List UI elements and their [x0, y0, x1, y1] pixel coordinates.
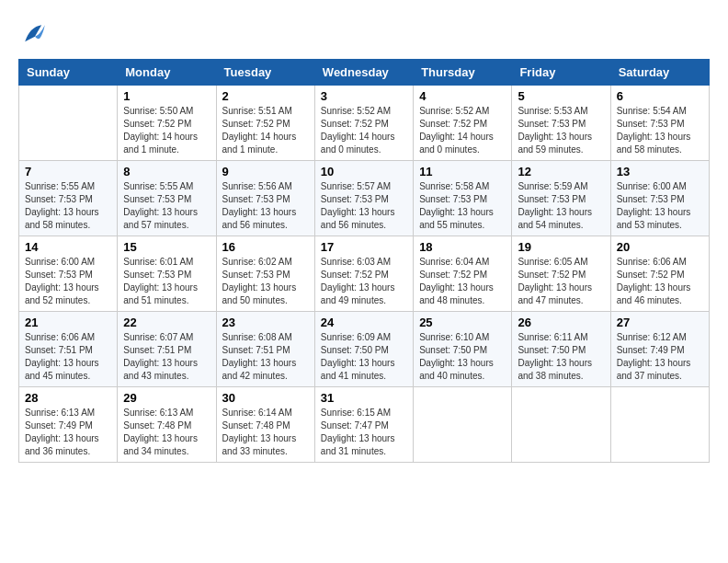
- day-number: 27: [617, 316, 703, 329]
- logo: [18, 18, 55, 52]
- column-header-tuesday: Tuesday: [216, 60, 314, 86]
- calendar-cell: 22Sunrise: 6:07 AM Sunset: 7:51 PM Dayli…: [118, 312, 216, 387]
- day-info: Sunrise: 5:59 AM Sunset: 7:53 PM Dayligh…: [518, 180, 604, 232]
- day-number: 22: [123, 316, 210, 329]
- day-number: 14: [25, 240, 111, 254]
- day-number: 31: [321, 391, 407, 405]
- day-info: Sunrise: 5:52 AM Sunset: 7:52 PM Dayligh…: [419, 105, 506, 156]
- calendar-cell: 30Sunrise: 6:14 AM Sunset: 7:48 PM Dayli…: [216, 387, 314, 463]
- day-info: Sunrise: 5:50 AM Sunset: 7:52 PM Dayligh…: [123, 105, 210, 156]
- calendar-cell: 10Sunrise: 5:57 AM Sunset: 7:53 PM Dayli…: [314, 161, 413, 236]
- calendar-cell: [512, 387, 610, 463]
- day-number: 18: [419, 240, 506, 254]
- day-info: Sunrise: 5:53 AM Sunset: 7:53 PM Dayligh…: [518, 105, 604, 156]
- calendar-cell: 5Sunrise: 5:53 AM Sunset: 7:53 PM Daylig…: [512, 86, 610, 161]
- day-info: Sunrise: 5:55 AM Sunset: 7:53 PM Dayligh…: [25, 180, 111, 232]
- day-number: 5: [518, 89, 604, 103]
- week-row-5: 28Sunrise: 6:13 AM Sunset: 7:49 PM Dayli…: [19, 387, 710, 463]
- day-number: 23: [222, 316, 309, 329]
- day-number: 30: [222, 391, 309, 405]
- column-header-monday: Monday: [118, 60, 216, 86]
- day-number: 21: [25, 316, 111, 329]
- calendar-header: SundayMondayTuesdayWednesdayThursdayFrid…: [19, 60, 710, 86]
- column-header-wednesday: Wednesday: [314, 60, 413, 86]
- day-number: 26: [518, 316, 604, 329]
- column-header-sunday: Sunday: [19, 60, 118, 86]
- page-header: [18, 18, 710, 52]
- day-number: 20: [617, 240, 703, 254]
- calendar-cell: 21Sunrise: 6:06 AM Sunset: 7:51 PM Dayli…: [19, 312, 118, 387]
- calendar-cell: [610, 387, 709, 463]
- week-row-4: 21Sunrise: 6:06 AM Sunset: 7:51 PM Dayli…: [19, 312, 710, 387]
- day-number: 10: [321, 165, 407, 178]
- day-info: Sunrise: 5:54 AM Sunset: 7:53 PM Dayligh…: [617, 105, 703, 156]
- calendar-cell: 20Sunrise: 6:06 AM Sunset: 7:52 PM Dayli…: [610, 236, 709, 312]
- day-info: Sunrise: 6:05 AM Sunset: 7:52 PM Dayligh…: [518, 256, 604, 307]
- day-number: 12: [518, 165, 604, 178]
- calendar-cell: 1Sunrise: 5:50 AM Sunset: 7:52 PM Daylig…: [118, 86, 216, 161]
- column-header-friday: Friday: [512, 60, 610, 86]
- calendar-cell: 25Sunrise: 6:10 AM Sunset: 7:50 PM Dayli…: [414, 312, 512, 387]
- day-number: 19: [518, 240, 604, 254]
- day-info: Sunrise: 6:08 AM Sunset: 7:51 PM Dayligh…: [222, 331, 309, 383]
- day-info: Sunrise: 5:52 AM Sunset: 7:52 PM Dayligh…: [321, 105, 407, 156]
- day-number: 25: [419, 316, 506, 329]
- day-number: 1: [123, 89, 210, 103]
- calendar-cell: 6Sunrise: 5:54 AM Sunset: 7:53 PM Daylig…: [610, 86, 709, 161]
- day-number: 16: [222, 240, 309, 254]
- calendar-cell: 13Sunrise: 6:00 AM Sunset: 7:53 PM Dayli…: [610, 161, 709, 236]
- calendar-cell: 17Sunrise: 6:03 AM Sunset: 7:52 PM Dayli…: [314, 236, 413, 312]
- calendar-cell: 15Sunrise: 6:01 AM Sunset: 7:53 PM Dayli…: [118, 236, 216, 312]
- day-number: 8: [123, 165, 210, 178]
- column-header-saturday: Saturday: [610, 60, 709, 86]
- calendar-cell: 27Sunrise: 6:12 AM Sunset: 7:49 PM Dayli…: [610, 312, 709, 387]
- day-info: Sunrise: 6:10 AM Sunset: 7:50 PM Dayligh…: [419, 331, 506, 383]
- day-info: Sunrise: 6:07 AM Sunset: 7:51 PM Dayligh…: [123, 331, 210, 383]
- calendar-cell: 26Sunrise: 6:11 AM Sunset: 7:50 PM Dayli…: [512, 312, 610, 387]
- calendar-cell: 24Sunrise: 6:09 AM Sunset: 7:50 PM Dayli…: [314, 312, 413, 387]
- day-number: 29: [123, 391, 210, 405]
- column-header-thursday: Thursday: [414, 60, 512, 86]
- calendar-cell: 4Sunrise: 5:52 AM Sunset: 7:52 PM Daylig…: [414, 86, 512, 161]
- day-info: Sunrise: 5:51 AM Sunset: 7:52 PM Dayligh…: [222, 105, 309, 156]
- week-row-1: 1Sunrise: 5:50 AM Sunset: 7:52 PM Daylig…: [19, 86, 710, 161]
- day-number: 15: [123, 240, 210, 254]
- calendar-cell: 2Sunrise: 5:51 AM Sunset: 7:52 PM Daylig…: [216, 86, 314, 161]
- day-info: Sunrise: 6:11 AM Sunset: 7:50 PM Dayligh…: [518, 331, 604, 383]
- calendar-cell: 9Sunrise: 5:56 AM Sunset: 7:53 PM Daylig…: [216, 161, 314, 236]
- day-info: Sunrise: 6:12 AM Sunset: 7:49 PM Dayligh…: [617, 331, 703, 383]
- calendar-body: 1Sunrise: 5:50 AM Sunset: 7:52 PM Daylig…: [19, 86, 710, 463]
- day-number: 11: [419, 165, 506, 178]
- calendar-cell: 23Sunrise: 6:08 AM Sunset: 7:51 PM Dayli…: [216, 312, 314, 387]
- day-info: Sunrise: 5:55 AM Sunset: 7:53 PM Dayligh…: [123, 180, 210, 232]
- day-number: 7: [25, 165, 111, 178]
- day-info: Sunrise: 6:00 AM Sunset: 7:53 PM Dayligh…: [25, 256, 111, 307]
- calendar-cell: 28Sunrise: 6:13 AM Sunset: 7:49 PM Dayli…: [19, 387, 118, 463]
- day-info: Sunrise: 6:14 AM Sunset: 7:48 PM Dayligh…: [222, 407, 309, 458]
- day-info: Sunrise: 5:56 AM Sunset: 7:53 PM Dayligh…: [222, 180, 309, 232]
- day-info: Sunrise: 6:09 AM Sunset: 7:50 PM Dayligh…: [321, 331, 407, 383]
- day-info: Sunrise: 6:06 AM Sunset: 7:52 PM Dayligh…: [617, 256, 703, 307]
- calendar-cell: 16Sunrise: 6:02 AM Sunset: 7:53 PM Dayli…: [216, 236, 314, 312]
- day-number: 2: [222, 89, 309, 103]
- day-number: 4: [419, 89, 506, 103]
- day-info: Sunrise: 6:04 AM Sunset: 7:52 PM Dayligh…: [419, 256, 506, 307]
- calendar-cell: [19, 86, 118, 161]
- day-number: 9: [222, 165, 309, 178]
- logo-icon: [18, 18, 51, 52]
- week-row-3: 14Sunrise: 6:00 AM Sunset: 7:53 PM Dayli…: [19, 236, 710, 312]
- day-number: 3: [321, 89, 407, 103]
- day-info: Sunrise: 6:15 AM Sunset: 7:47 PM Dayligh…: [321, 407, 407, 458]
- day-info: Sunrise: 6:00 AM Sunset: 7:53 PM Dayligh…: [617, 180, 703, 232]
- day-info: Sunrise: 6:13 AM Sunset: 7:49 PM Dayligh…: [25, 407, 111, 458]
- day-number: 24: [321, 316, 407, 329]
- day-info: Sunrise: 6:01 AM Sunset: 7:53 PM Dayligh…: [123, 256, 210, 307]
- header-row: SundayMondayTuesdayWednesdayThursdayFrid…: [19, 60, 710, 86]
- calendar-cell: 18Sunrise: 6:04 AM Sunset: 7:52 PM Dayli…: [414, 236, 512, 312]
- day-info: Sunrise: 5:58 AM Sunset: 7:53 PM Dayligh…: [419, 180, 506, 232]
- day-info: Sunrise: 6:02 AM Sunset: 7:53 PM Dayligh…: [222, 256, 309, 307]
- calendar-cell: 12Sunrise: 5:59 AM Sunset: 7:53 PM Dayli…: [512, 161, 610, 236]
- calendar-cell: 8Sunrise: 5:55 AM Sunset: 7:53 PM Daylig…: [118, 161, 216, 236]
- day-number: 13: [617, 165, 703, 178]
- calendar-table: SundayMondayTuesdayWednesdayThursdayFrid…: [18, 59, 710, 463]
